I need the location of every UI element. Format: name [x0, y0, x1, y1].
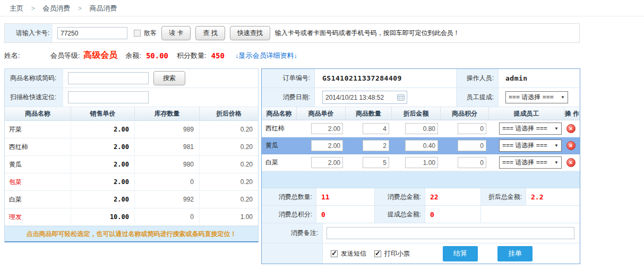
- balance-value: 50.00: [146, 51, 168, 60]
- order-panel: 订单编号: GS1410211337284409 操作人员: admin 消费日…: [261, 68, 580, 264]
- cart-qty-input[interactable]: [363, 157, 389, 168]
- quick-find-button[interactable]: 快速查找: [230, 26, 270, 40]
- cart-header-points: 商品积分: [441, 107, 489, 120]
- cart-header-staff: 提成员工: [489, 107, 564, 120]
- show-member-detail-link[interactable]: ↓显示会员详细资料↓: [235, 51, 297, 60]
- cart-staff-select[interactable]: === 请选择 ===▼: [499, 156, 562, 169]
- search-button[interactable]: 搜索: [153, 71, 185, 85]
- order-no-label: 订单编号:: [262, 69, 315, 88]
- product-row[interactable]: 理发 10.00 0 1.00: [5, 208, 258, 226]
- cart-price-input[interactable]: [311, 123, 343, 134]
- breadcrumb: 主页 > 会员消费 > 商品消费: [0, 0, 644, 16]
- card-number-label: 请输入卡号:: [5, 24, 53, 42]
- breadcrumb-item-product-consume[interactable]: 商品消费: [90, 4, 117, 12]
- cart-table-header: 商品名称 商品单价 商品数量 折后金额 商品积分 提成员工 操 作: [262, 107, 580, 120]
- date-commission-row: 消费日期: 2014/10/21 13:48:52 员工提成: === 请选择 …: [262, 88, 580, 107]
- chevron-down-icon: ▼: [554, 143, 559, 148]
- product-panel: 商品名称或简码: 搜索 扫描枪快速定位: 商品名称 销售单价 库存数量 折后价格…: [4, 68, 259, 242]
- product-stock: 992: [135, 191, 200, 208]
- product-table-header: 商品名称 销售单价 库存数量 折后价格: [5, 107, 258, 121]
- member-level-label: 会员等级:: [50, 51, 80, 60]
- cart-discount-amount-input[interactable]: [405, 140, 438, 151]
- delete-item-icon[interactable]: ✕: [566, 141, 576, 150]
- product-name: 包菜: [5, 173, 71, 190]
- product-discount-price: 0.20: [200, 156, 258, 173]
- product-discount-price: 0.20: [200, 173, 258, 190]
- barcode-scan-label: 扫描枪快速定位:: [5, 88, 63, 107]
- staff-commission-select[interactable]: === 请选择 === ▼: [505, 91, 568, 103]
- cart-staff-select[interactable]: === 请选择 ===▼: [499, 139, 562, 152]
- calendar-icon[interactable]: [397, 94, 405, 101]
- product-discount-price: 0.20: [200, 121, 258, 138]
- cart-points-input[interactable]: [458, 123, 486, 134]
- product-row[interactable]: 西红柿 2.00 981 0.20: [5, 138, 258, 156]
- cart-price-input[interactable]: [311, 157, 343, 168]
- walk-in-checkbox[interactable]: [134, 30, 141, 37]
- total-points-value: 0: [316, 206, 375, 223]
- card-search-bar: 请输入卡号: 散客 读 卡 查 找 快速查找 输入卡号或者卡面号码或者手机号码，…: [4, 23, 580, 43]
- send-sms-checkbox[interactable]: [331, 250, 338, 257]
- points-label: 积分数量:: [177, 51, 207, 60]
- totals-row-1: 消费总数量: 11 消费总金额: 22 折后总金额: 2.2: [262, 188, 580, 206]
- print-ticket-label: 打印小票: [384, 249, 410, 258]
- consume-date-label: 消费日期:: [262, 88, 315, 107]
- cart-header-name: 商品名称: [262, 107, 297, 120]
- card-number-input[interactable]: [57, 27, 127, 39]
- remark-label: 消费备注:: [262, 223, 323, 243]
- breadcrumb-item-home[interactable]: 主页: [10, 4, 23, 12]
- card-search-hint: 输入卡号或者卡面号码或者手机号码，按回车即可定位到此会员！: [275, 29, 460, 38]
- send-sms-label: 发送短信: [341, 249, 366, 258]
- cart-staff-select[interactable]: === 请选择 ===▼: [499, 123, 562, 135]
- read-card-button[interactable]: 读 卡: [161, 26, 191, 40]
- cart-header-qty: 商品数量: [346, 107, 392, 120]
- cart-item-name: 白菜: [262, 154, 297, 171]
- remark-input[interactable]: [327, 227, 574, 239]
- product-row[interactable]: 白菜 2.00 992 0.20: [5, 191, 258, 208]
- delete-item-icon[interactable]: ✕: [566, 124, 576, 133]
- print-ticket-checkbox[interactable]: [374, 250, 381, 257]
- product-name: 芹菜: [5, 121, 71, 138]
- delete-item-icon[interactable]: ✕: [566, 158, 576, 167]
- column-header-name: 商品名称: [5, 107, 71, 120]
- consume-date-input[interactable]: 2014/10/21 13:48:52: [322, 91, 407, 104]
- breadcrumb-item-member-consume[interactable]: 会员消费: [42, 4, 70, 12]
- product-row[interactable]: 芹菜 2.00 989 0.20: [5, 121, 258, 138]
- cart-qty-input[interactable]: [363, 140, 389, 151]
- product-name: 白菜: [5, 191, 71, 208]
- cart-qty-input[interactable]: [363, 123, 389, 134]
- product-discount-price: 1.00: [200, 208, 258, 225]
- product-name: 西红柿: [5, 138, 71, 155]
- product-price: 10.00: [71, 208, 135, 225]
- find-button[interactable]: 查 找: [195, 26, 225, 40]
- cart-row[interactable]: 西红柿 === 请选择 ===▼ ✕: [262, 120, 580, 137]
- product-stock: 989: [135, 121, 200, 138]
- cart-row[interactable]: 黄瓜 === 请选择 ===▼ ✕: [262, 137, 580, 154]
- cart-row[interactable]: 白菜 === 请选择 ===▼ ✕: [262, 154, 580, 171]
- hold-order-button[interactable]: 挂单: [497, 246, 533, 261]
- cart-price-input[interactable]: [311, 140, 343, 151]
- product-row[interactable]: 包菜 2.00 0 0.20: [5, 173, 258, 191]
- settle-button[interactable]: 结算: [443, 246, 478, 261]
- consume-date-value: 2014/10/21 13:48:52: [325, 94, 384, 101]
- walk-in-label: 散客: [144, 29, 157, 38]
- chevron-down-icon: ▼: [554, 160, 559, 165]
- cart-discount-amount-input[interactable]: [405, 123, 438, 134]
- cart-points-input[interactable]: [458, 157, 486, 168]
- cart-discount-amount-input[interactable]: [405, 157, 438, 168]
- member-info-bar: 姓名: 会员等级: 高级会员 余额: 50.00 积分数量: 450 ↓显示会员…: [4, 49, 644, 62]
- member-name-label: 姓名:: [4, 51, 20, 60]
- cart-staff-selected-value: === 请选择 ===: [502, 124, 547, 133]
- chevron-down-icon: ▼: [561, 95, 565, 100]
- bottom-left-cell: [262, 243, 323, 264]
- order-actions-row: 发送短信 打印小票 结算 挂单: [262, 243, 580, 264]
- product-price: 2.00: [71, 138, 135, 155]
- product-row[interactable]: 黄瓜 2.00 980 0.20: [5, 156, 258, 173]
- cart-header-operation: 操 作: [564, 107, 580, 120]
- balance-label: 余额:: [125, 51, 141, 60]
- barcode-scan-input[interactable]: [68, 91, 149, 103]
- cart-points-input[interactable]: [458, 140, 486, 151]
- product-search-label: 商品名称或简码:: [5, 69, 63, 88]
- product-search-input[interactable]: [68, 72, 149, 84]
- product-price: 2.00: [71, 191, 135, 208]
- total-qty-label: 消费总数量:: [262, 188, 316, 205]
